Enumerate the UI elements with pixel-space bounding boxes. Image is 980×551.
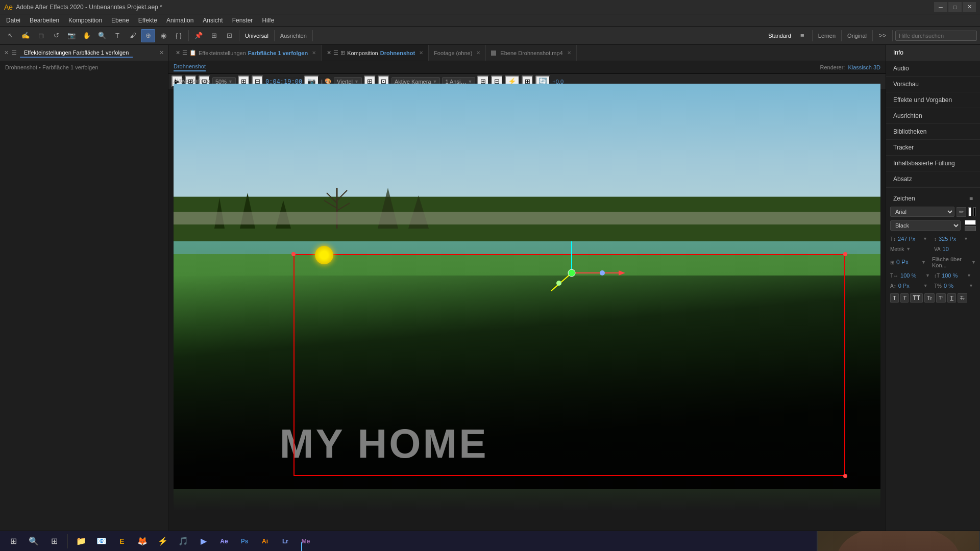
taskbar-mail[interactable]: 📧 (92, 533, 111, 550)
panel-item-bibliotheken[interactable]: Bibliotheken (886, 124, 980, 140)
tt-btn-tr[interactable]: Tr (924, 293, 935, 303)
tool-pan[interactable]: ✋ (80, 29, 94, 42)
h-scale-value[interactable]: 100 % (900, 272, 923, 279)
tool-track[interactable]: ⊞ (207, 29, 221, 42)
taskbar-mediaencoder[interactable]: Me (297, 533, 315, 550)
taskbar-lightroom[interactable]: Lr (276, 533, 295, 550)
tracking-kern-value[interactable]: 10 (943, 246, 966, 252)
menu-datei[interactable]: Datei (2, 16, 24, 25)
tool-select[interactable]: ↖ (3, 29, 17, 42)
workspace-standard[interactable]: Standard (765, 33, 794, 39)
fill-color-swatch[interactable] (968, 207, 971, 216)
comp-tab-drohnenshot[interactable]: ✕ ☰ ⊞ Komposition Drohnenshot ✕ (322, 45, 429, 61)
tt-btn-t1[interactable]: T (890, 293, 899, 303)
taskbar-app1[interactable]: ⚡ (154, 533, 172, 550)
help-search-input[interactable] (895, 31, 977, 41)
zeichen-header[interactable]: Zeichen ≡ (890, 192, 976, 205)
taskbar-start[interactable]: ⊞ (4, 533, 22, 550)
tool-shape[interactable]: ◻ (34, 29, 48, 42)
tt-btn-tund[interactable]: T (947, 293, 956, 303)
font-edit-btn[interactable]: ✏ (957, 207, 966, 217)
taskbar-files[interactable]: 📁 (72, 533, 90, 550)
line-height-value[interactable]: 325 Px (939, 236, 962, 242)
menu-effekte[interactable]: Effekte (134, 16, 161, 25)
font-size-value[interactable]: 247 Px (898, 236, 921, 242)
tool-text[interactable]: T (110, 29, 125, 42)
maximize-button[interactable]: □ (948, 2, 962, 12)
minimize-button[interactable]: ─ (934, 2, 947, 12)
effects-tab[interactable]: Effekteinstellungen Farbfläche 1 verfolg… (20, 48, 133, 58)
tt-btn-tt[interactable]: TT (910, 293, 923, 303)
taskbar-illustrator[interactable]: Ai (256, 533, 274, 550)
menu-fenster[interactable]: Fenster (228, 16, 257, 25)
tool-expr[interactable]: { } (172, 29, 186, 42)
menu-ebene[interactable]: Ebene (107, 16, 133, 25)
taskbar-aftereffects[interactable]: Ae (215, 533, 233, 550)
stroke-overlay[interactable] (965, 226, 976, 231)
panel-item-absatz[interactable]: Absatz (886, 171, 980, 187)
taskbar-photoshop[interactable]: Ps (235, 533, 254, 550)
indent-value[interactable]: 0 Px (896, 259, 919, 266)
taskbar-browser[interactable]: E (113, 533, 131, 550)
panel-item-tracker[interactable]: Tracker (886, 140, 980, 156)
menu-hilfe[interactable]: Hilfe (258, 16, 278, 25)
tsumi-value[interactable]: 0 % (944, 283, 967, 289)
panel-close-x[interactable]: ✕ (159, 49, 164, 56)
tool-pen[interactable]: ✍ (18, 29, 33, 42)
menu-komposition[interactable]: Komposition (64, 16, 106, 25)
toolbar-sep-1 (188, 30, 189, 41)
font-family-select[interactable]: Arial Times New Roman (890, 207, 954, 217)
panel-item-info[interactable]: Info (886, 45, 980, 61)
baseline-value[interactable]: 0 Px (898, 283, 921, 289)
taskbar-firefox[interactable]: 🦊 (133, 533, 152, 550)
comp-tab-close-ebene[interactable]: ✕ (567, 50, 571, 56)
expand-toolbar-btn[interactable]: >> (875, 29, 890, 42)
tool-zoom[interactable]: 🔍 (95, 29, 109, 42)
playhead[interactable] (301, 542, 302, 551)
menu-ansicht[interactable]: Ansicht (199, 16, 227, 25)
v-scale-value[interactable]: 100 % (942, 272, 965, 279)
tool-puppet[interactable]: ⊕ (141, 29, 155, 42)
mode-ausrichten[interactable]: Ausrichten (277, 33, 310, 39)
tool-cam[interactable]: 📷 (64, 29, 79, 42)
tool-rotate[interactable]: ↺ (49, 29, 63, 42)
workspace-learn[interactable]: Lernen (815, 33, 839, 39)
menu-bearbeiten[interactable]: Bearbeiten (26, 16, 63, 25)
taskbar-app2[interactable]: 🎵 (174, 533, 192, 550)
renderer-value[interactable]: Klassisch 3D (848, 64, 880, 70)
fill-overlay[interactable] (965, 220, 976, 225)
panel-item-inhalts[interactable]: Inhaltsbasierte Füllung (886, 156, 980, 171)
tt-btn-tstrike[interactable]: T. (958, 293, 967, 303)
taskbar-taskview[interactable]: ⊞ (45, 533, 63, 550)
menu-animation[interactable]: Animation (162, 16, 198, 25)
close-panel-btn[interactable]: ✕ (4, 49, 9, 56)
yellow-light-circle[interactable] (315, 246, 333, 264)
tool-mask[interactable]: ⊡ (222, 29, 236, 42)
tool-roto[interactable]: ◉ (156, 29, 170, 42)
workspace-menu-btn[interactable]: ≡ (795, 29, 810, 42)
transform-handle-br[interactable] (843, 474, 847, 478)
panel-item-audio[interactable]: Audio (886, 61, 980, 77)
close-button[interactable]: ✕ (963, 2, 976, 12)
tt-btn-tsup[interactable]: T° (936, 293, 946, 303)
comp-tab-close-footage[interactable]: ✕ (476, 50, 480, 56)
mode-universal[interactable]: Universal (242, 33, 272, 39)
tool-brush[interactable]: 🖌 (126, 29, 140, 42)
comp-tab-footage[interactable]: Footage (ohne) ✕ (429, 45, 486, 61)
panel-item-ausrichten[interactable]: Ausrichten (886, 108, 980, 124)
taskbar-app3[interactable]: ▶ (194, 533, 213, 550)
font-style-select[interactable]: Black Bold Regular (890, 220, 961, 231)
panel-item-vorschau[interactable]: Vorschau (886, 77, 980, 92)
panel-item-effekte[interactable]: Effekte und Vorgaben (886, 92, 980, 108)
transform-handle-tl[interactable] (291, 252, 296, 256)
tt-btn-t2[interactable]: T (900, 293, 909, 303)
workspace-original[interactable]: Original (844, 33, 870, 39)
comp-tab-close-drohnenshot[interactable]: ✕ (419, 50, 423, 56)
taskbar-search[interactable]: 🔍 (24, 533, 43, 550)
tool-pin[interactable]: 📌 (191, 29, 206, 42)
comp-tab-ebene[interactable]: Ebene Drohnenshot.mp4 ✕ (486, 45, 576, 61)
transform-handle-tr[interactable] (843, 252, 847, 256)
stroke-color-swatch[interactable] (973, 207, 976, 216)
comp-tab-close-effects[interactable]: ✕ (312, 50, 316, 56)
comp-tab-renderliste[interactable]: ✕ ☰ 📋 Effekteinstellungen Farbfläche 1 v… (170, 45, 322, 61)
